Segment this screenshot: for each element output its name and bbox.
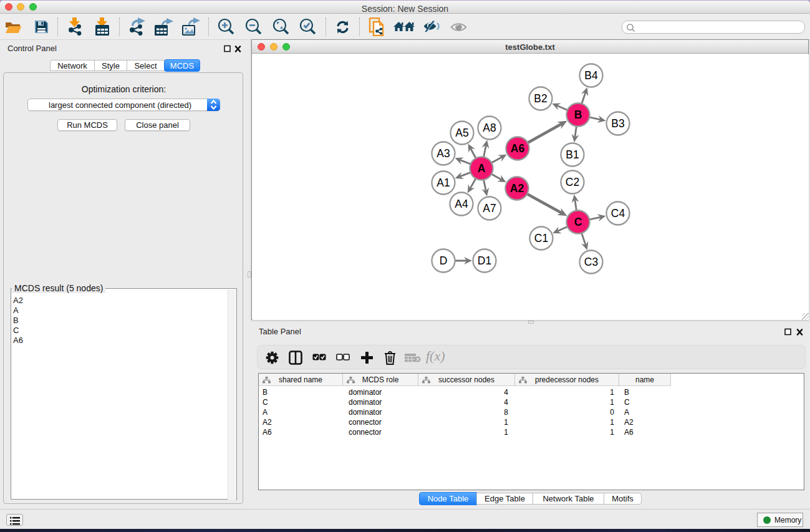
svg-text:A4: A4 [455, 198, 468, 210]
svg-text:C3: C3 [584, 256, 598, 268]
svg-text:A2: A2 [510, 182, 524, 195]
svg-text:C: C [574, 216, 582, 228]
svg-text:B4: B4 [584, 69, 598, 82]
svg-text:A5: A5 [455, 127, 468, 139]
svg-text:C2: C2 [566, 176, 579, 188]
svg-text:D: D [440, 254, 448, 267]
svg-text:A3: A3 [436, 147, 450, 160]
svg-text:B2: B2 [534, 92, 547, 105]
svg-text:B3: B3 [611, 117, 624, 130]
svg-text:C4: C4 [611, 207, 625, 220]
svg-text:A: A [478, 162, 486, 175]
svg-text:C1: C1 [534, 232, 548, 244]
svg-text:A8: A8 [483, 122, 496, 134]
svg-text:D1: D1 [478, 254, 491, 267]
svg-text:B1: B1 [566, 148, 579, 161]
svg-text:A7: A7 [483, 202, 496, 215]
svg-text:A6: A6 [511, 142, 525, 155]
svg-text:B: B [574, 109, 582, 121]
svg-text:A1: A1 [436, 177, 450, 189]
